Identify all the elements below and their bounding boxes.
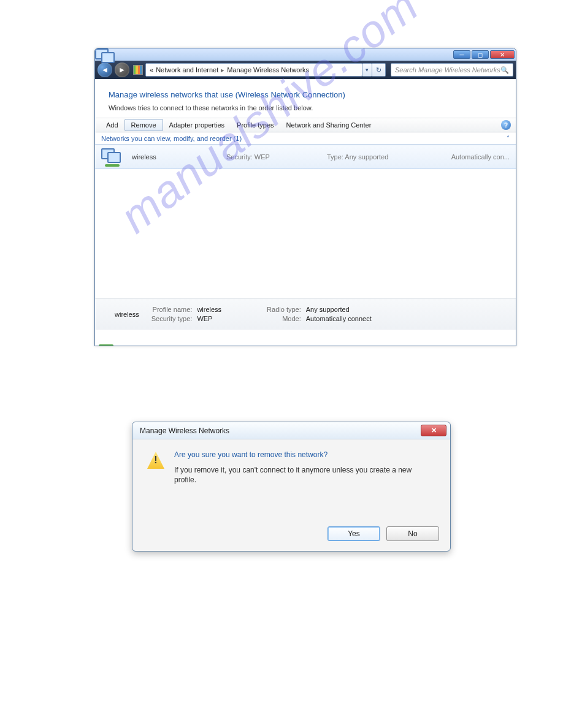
sharing-center-button[interactable]: Network and Sharing Center — [280, 119, 378, 131]
confirm-dialog: Manage Wireless Networks ✕ ! Are you sur… — [132, 422, 451, 552]
dialog-detail: If you remove it, you can't connect to i… — [174, 465, 419, 485]
chevron-right-icon: ▸ — [221, 66, 224, 74]
dialog-close-button[interactable]: ✕ — [421, 425, 446, 436]
details-name: wireless — [115, 311, 139, 318]
manage-networks-window: ─ ◻ ✕ ◄ ► « Network and Internet ▸ Manag… — [94, 48, 516, 346]
breadcrumb-item[interactable]: Network and Internet — [156, 66, 218, 74]
dialog-title: Manage Wireless Networks — [140, 427, 229, 435]
add-button[interactable]: Add — [100, 119, 124, 131]
radio-type-label: Radio type: — [267, 306, 301, 313]
group-header[interactable]: Networks you can view, modify, and reord… — [95, 132, 516, 145]
network-auto: Automatically con... — [446, 153, 510, 161]
dialog-question: Are you sure you want to remove this net… — [174, 450, 419, 459]
search-input[interactable]: Search Manage Wireless Networks 🔍 — [391, 63, 513, 77]
mode-value: Automatically connect — [306, 315, 372, 322]
network-icon — [101, 148, 123, 165]
security-type-label: Security type: — [151, 315, 193, 322]
dialog-buttons: Yes No — [327, 526, 439, 541]
chevron-up-icon[interactable]: ˄ — [507, 135, 510, 142]
dialog-body: ! Are you sure you want to remove this n… — [132, 439, 450, 485]
close-button[interactable]: ✕ — [490, 50, 515, 59]
breadcrumb-item[interactable]: Manage Wireless Networks — [227, 66, 309, 74]
search-placeholder: Search Manage Wireless Networks — [395, 66, 500, 74]
group-header-label: Networks you can view, modify, and reord… — [101, 135, 242, 142]
refresh-button[interactable]: ↻ — [372, 63, 386, 77]
profile-types-button[interactable]: Profile types — [231, 119, 280, 131]
adapter-properties-button[interactable]: Adapter properties — [163, 119, 231, 131]
details-pane: wireless Profile name: wireless Security… — [95, 298, 516, 330]
nav-bar: ◄ ► « Network and Internet ▸ Manage Wire… — [95, 61, 516, 79]
warning-icon: ! — [147, 452, 164, 469]
network-type: Type: Any supported — [327, 153, 437, 161]
content-header: Manage wireless networks that use (Wirel… — [95, 79, 516, 118]
search-icon: 🔍 — [500, 66, 509, 74]
window-titlebar: ─ ◻ ✕ — [95, 48, 516, 61]
network-list: wireless Security: WEP Type: Any support… — [95, 145, 516, 298]
no-button[interactable]: No — [386, 526, 439, 541]
back-button[interactable]: ◄ — [98, 63, 112, 77]
mode-label: Mode: — [267, 315, 301, 322]
network-name: wireless — [132, 153, 218, 161]
breadcrumb-prefix: « — [150, 66, 153, 74]
network-security: Security: WEP — [226, 153, 318, 161]
help-icon[interactable]: ? — [501, 120, 511, 130]
dialog-text: Are you sure you want to remove this net… — [174, 450, 419, 485]
maximize-button[interactable]: ◻ — [472, 50, 489, 59]
remove-button[interactable]: Remove — [124, 119, 163, 131]
forward-button[interactable]: ► — [115, 63, 129, 77]
address-bar[interactable]: « Network and Internet ▸ Manage Wireless… — [145, 63, 362, 77]
toolbar: Add Remove Adapter properties Profile ty… — [95, 118, 516, 132]
radio-type-value: Any supported — [306, 306, 372, 313]
profile-name-label: Profile name: — [151, 306, 193, 313]
dialog-titlebar: Manage Wireless Networks ✕ — [132, 422, 450, 439]
page-title: Manage wireless networks that use (Wirel… — [109, 90, 502, 99]
address-dropdown[interactable]: ▾ — [362, 63, 372, 77]
minimize-button[interactable]: ─ — [453, 50, 470, 59]
security-type-value: WEP — [197, 315, 221, 322]
network-row[interactable]: wireless Security: WEP Type: Any support… — [95, 145, 516, 169]
page-subtitle: Windows tries to connect to these networ… — [109, 104, 502, 112]
signal-icon — [133, 65, 143, 75]
yes-button[interactable]: Yes — [327, 526, 380, 541]
profile-name-value: wireless — [197, 306, 221, 313]
